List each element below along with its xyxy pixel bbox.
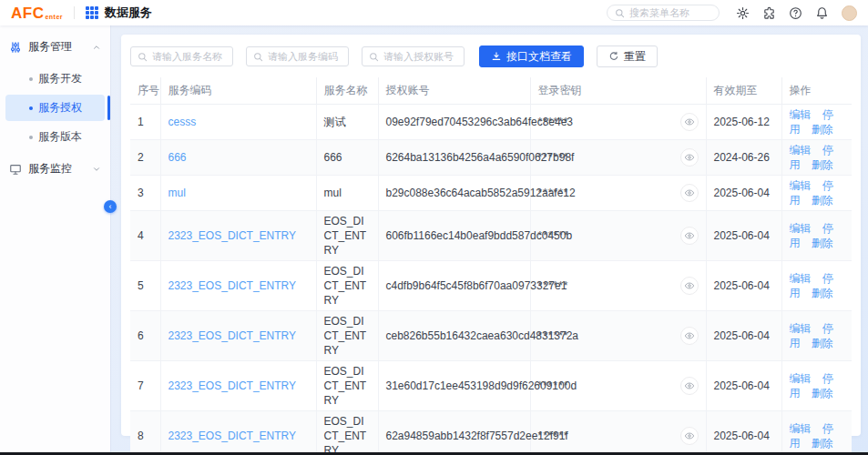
delete-link[interactable]: 删除 [812,337,833,349]
menu-search-input[interactable] [629,7,711,18]
eye-icon [684,152,695,163]
api-doc-view-button[interactable]: 接口文档查看 [479,46,584,67]
table-row: 3 mul mul b29c088e36c64acab5852a5912aafe… [130,176,852,211]
tune-icon [9,41,22,54]
sidebar-group-service-monitor[interactable]: 服务监控 [0,153,110,185]
sidebar-item-service-version[interactable]: 服务版本 [5,124,105,150]
eye-icon [684,380,695,391]
service-code-input[interactable] [268,51,342,62]
api-doc-view-label: 接口文档查看 [506,49,572,65]
service-code-link[interactable]: 2323_EOS_DICT_ENTRY [168,379,297,392]
delete-link[interactable]: 删除 [812,387,833,399]
edit-link[interactable]: 编辑 [790,422,812,435]
table-row: 7 2323_EOS_DICT_ENTRY EOS_DICT_ENTRY 31e… [130,361,852,411]
eye-icon [684,116,695,127]
masked-login-key: ****** [538,379,569,393]
help-icon[interactable] [789,6,802,20]
col-valid-until: 有效期至 [706,77,781,105]
service-name: EOS_DICT_ENTRY [324,265,367,307]
sidebar-collapse-toggle[interactable]: ‹ [104,200,117,213]
eye-icon [684,280,695,291]
sidebar-item-service-auth[interactable]: 服务授权 [5,95,105,121]
edit-link[interactable]: 编辑 [790,108,812,121]
delete-link[interactable]: 删除 [812,287,833,299]
reveal-key-button[interactable] [680,327,699,345]
sidebar-item-label: 服务授权 [38,100,82,116]
delete-link[interactable]: 删除 [812,158,833,171]
avatar[interactable] [842,5,857,21]
table-row: 4 2323_EOS_DICT_ENTRY EOS_DICT_ENTRY 606… [130,211,852,261]
logo-text: AFC [11,5,44,21]
service-name: 测试 [324,116,346,128]
delete-link[interactable]: 删除 [812,194,833,207]
delete-link[interactable]: 删除 [812,123,833,136]
reset-label: 重置 [624,49,646,65]
reset-button[interactable]: 重置 [597,46,658,67]
item-dot [29,77,33,81]
service-name: EOS_DICT_ENTRY [324,365,367,407]
service-code-link[interactable]: 666 [168,151,187,164]
service-auth-table: 序号 服务编码 服务名称 授权账号 登录密钥 有效期至 操作 1 cesss 测… [130,77,852,455]
service-code-link[interactable]: 2323_EOS_DICT_ENTRY [168,329,297,342]
service-code-filter[interactable] [246,46,349,66]
service-code-link[interactable]: 2323_EOS_DICT_ENTRY [168,229,297,242]
delete-link[interactable]: 删除 [812,237,833,249]
settings-icon[interactable] [736,6,750,20]
table-body: 1 cesss 测试 09e92f79ed70453296c3ab64fec8e… [130,105,852,455]
service-code-link[interactable]: 2323_EOS_DICT_ENTRY [168,279,297,292]
filter-bar: 接口文档查看 重置 [130,42,852,77]
col-service-code: 服务编码 [160,77,316,105]
row-index: 6 [138,329,144,342]
bell-icon[interactable] [815,6,829,20]
monitor-icon [9,163,22,176]
reveal-key-button[interactable] [680,377,699,395]
reveal-key-button[interactable] [680,184,699,202]
service-code-link[interactable]: cesss [168,116,197,128]
service-name: 666 [324,151,342,164]
download-icon [491,51,502,62]
app-grid-icon [86,6,98,19]
service-code-link[interactable]: 2323_EOS_DICT_ENTRY [168,430,297,442]
edit-link[interactable]: 编辑 [790,222,812,235]
edit-link[interactable]: 编辑 [790,322,812,335]
search-icon [615,8,625,18]
reveal-key-button[interactable] [680,148,699,167]
edit-link[interactable]: 编辑 [790,272,812,285]
edit-link[interactable]: 编辑 [790,144,812,157]
sidebar-group-label: 服务监控 [28,161,86,177]
reveal-key-button[interactable] [680,113,699,131]
refresh-icon [608,51,619,62]
reveal-key-button[interactable] [680,427,699,445]
item-dot [29,136,33,139]
reveal-key-button[interactable] [680,277,699,295]
eye-icon [684,330,695,341]
service-name: EOS_DICT_ENTRY [324,215,367,257]
edit-link[interactable]: 编辑 [790,179,812,192]
service-name: EOS_DICT_ENTRY [324,415,367,455]
table-row: 8 2323_EOS_DICT_ENTRY EOS_DICT_ENTRY 62a… [130,411,852,455]
masked-login-key: ****** [538,228,569,243]
delete-link[interactable]: 删除 [812,437,833,450]
sidebar-group-service-management[interactable]: 服务管理 [0,31,110,63]
service-name: EOS_DICT_ENTRY [324,315,367,357]
topbar-search[interactable] [607,5,720,21]
plugin-icon[interactable] [762,6,776,20]
valid-until: 2025-06-04 [714,279,770,292]
auth-account-input[interactable] [383,51,457,62]
table-row: 1 cesss 测试 09e92f79ed70453296c3ab64fec8e… [130,105,852,140]
valid-until: 2025-06-04 [714,229,770,242]
sidebar-item-service-dev[interactable]: 服务开发 [5,66,105,92]
chevron-down-icon [92,165,101,174]
eye-icon [684,187,695,198]
sidebar-item-label: 服务开发 [38,71,82,86]
reveal-key-button[interactable] [680,227,699,245]
service-name-input[interactable] [152,51,226,62]
masked-login-key: ****** [538,115,569,129]
table-row: 2 666 666 6264ba13136b4256a4a6590f0627b9… [130,140,852,176]
service-name-filter[interactable] [130,46,233,66]
service-code-link[interactable]: mul [168,187,186,199]
auth-account-filter[interactable] [362,46,465,66]
row-index: 8 [138,430,144,442]
search-icon [253,52,263,62]
edit-link[interactable]: 编辑 [790,372,812,385]
